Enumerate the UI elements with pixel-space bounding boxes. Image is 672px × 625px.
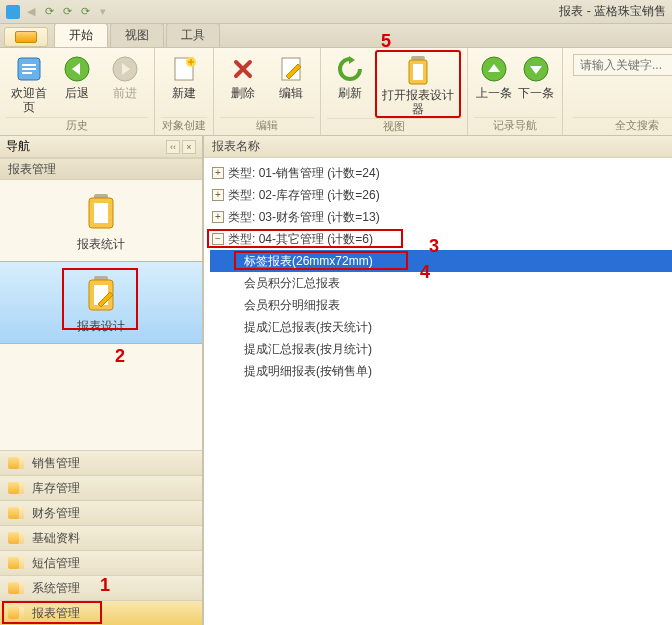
tree-group[interactable]: −类型: 04-其它管理 (计数=6) — [210, 228, 672, 250]
folder-icon — [8, 457, 24, 469]
refresh-label: 刷新 — [338, 86, 362, 100]
nav-header: 导航 ‹‹ × — [0, 136, 202, 158]
group-edit-label: 编辑 — [220, 117, 314, 135]
tree: +类型: 01-销售管理 (计数=24) +类型: 02-库存管理 (计数=26… — [204, 158, 672, 382]
prev-record-label: 上一条 — [476, 86, 512, 100]
main-area: 导航 ‹‹ × 报表管理 报表统计 报表设计 销售管理 — [0, 136, 672, 625]
new-label: 新建 — [172, 86, 196, 100]
report-design-block[interactable]: 报表设计 — [0, 261, 202, 344]
acc-label: 基础资料 — [32, 530, 80, 547]
group-search-label: 全文搜索 — [573, 117, 672, 135]
home-button[interactable]: 欢迎首页 — [6, 50, 52, 117]
tree-item-label: 提成汇总报表(按月统计) — [244, 341, 372, 358]
expand-icon[interactable]: + — [212, 211, 224, 223]
back-button[interactable]: 后退 — [54, 50, 100, 117]
acc-label: 系统管理 — [32, 580, 80, 597]
report-stats-label: 报表统计 — [77, 236, 125, 253]
back-label: 后退 — [65, 86, 89, 100]
tree-group-label: 类型: 03-财务管理 (计数=13) — [228, 209, 380, 226]
annotation-5: 5 — [381, 31, 391, 52]
ribbon-group-history: 欢迎首页 后退 前进 历史 — [0, 48, 155, 135]
refresh-icon — [335, 54, 365, 84]
tree-item-label: 提成汇总报表(按天统计) — [244, 319, 372, 336]
next-record-label: 下一条 — [518, 86, 554, 100]
delete-button[interactable]: 删除 — [220, 50, 266, 117]
svg-rect-3 — [22, 72, 32, 74]
prev-record-button[interactable]: 上一条 — [474, 50, 514, 117]
highlight-box-4 — [234, 251, 408, 270]
expand-icon[interactable]: + — [212, 189, 224, 201]
refresh-button[interactable]: 刷新 — [327, 50, 373, 118]
edit-label: 编辑 — [279, 86, 303, 100]
ribbon-group-create: 新建 对象创建 — [155, 48, 214, 135]
nav-section-title: 报表管理 — [0, 158, 202, 180]
tree-group[interactable]: +类型: 03-财务管理 (计数=13) — [210, 206, 672, 228]
annotation-3: 3 — [429, 236, 439, 257]
acc-basic[interactable]: 基础资料 — [0, 525, 202, 550]
column-header[interactable]: 报表名称 — [204, 136, 672, 158]
forward-icon — [110, 54, 140, 84]
tree-item[interactable]: 标签报表(26mmx72mm) — [210, 250, 672, 272]
qa-refresh3-icon[interactable]: ⟳ — [78, 5, 92, 19]
svg-rect-1 — [22, 64, 36, 66]
expand-icon[interactable]: + — [212, 167, 224, 179]
tab-view[interactable]: 视图 — [110, 23, 164, 47]
tree-item[interactable]: 会员积分汇总报表 — [210, 272, 672, 294]
forward-label: 前进 — [113, 86, 137, 100]
new-button[interactable]: 新建 — [161, 50, 207, 117]
group-history-label: 历史 — [6, 117, 148, 135]
report-stats-block[interactable]: 报表统计 — [0, 180, 202, 261]
nav-section-body: 报表统计 报表设计 — [0, 180, 202, 344]
group-view-label: 视图 — [327, 118, 461, 136]
ribbon-group-edit: 删除 编辑 编辑 — [214, 48, 321, 135]
annotation-2: 2 — [115, 346, 125, 367]
nav-pin-button[interactable]: ‹‹ — [166, 140, 180, 154]
designer-label: 打开报表设计器 — [377, 88, 459, 116]
acc-finance[interactable]: 财务管理 — [0, 500, 202, 525]
acc-label: 销售管理 — [32, 455, 80, 472]
new-icon — [169, 54, 199, 84]
tree-group[interactable]: +类型: 01-销售管理 (计数=24) — [210, 162, 672, 184]
tree-item[interactable]: 会员积分明细报表 — [210, 294, 672, 316]
tab-start[interactable]: 开始 — [54, 23, 108, 47]
search-input[interactable] — [573, 54, 672, 76]
delete-icon — [228, 54, 258, 84]
content-panel: 报表名称 +类型: 01-销售管理 (计数=24) +类型: 02-库存管理 (… — [204, 136, 672, 625]
qa-refresh2-icon[interactable]: ⟳ — [60, 5, 74, 19]
acc-sales[interactable]: 销售管理 — [0, 450, 202, 475]
tree-group-label: 类型: 02-库存管理 (计数=26) — [228, 187, 380, 204]
qa-back-icon[interactable]: ◀ — [24, 5, 38, 19]
window-title: 报表 - 蓝格珠宝销售 — [559, 3, 666, 20]
tab-tools[interactable]: 工具 — [166, 23, 220, 47]
annotation-4: 4 — [420, 262, 430, 283]
tree-item[interactable]: 提成明细报表(按销售单) — [210, 360, 672, 382]
highlight-box-2 — [62, 268, 138, 330]
nav-panel: 导航 ‹‹ × 报表管理 报表统计 报表设计 销售管理 — [0, 136, 204, 625]
acc-sms[interactable]: 短信管理 — [0, 550, 202, 575]
next-record-button[interactable]: 下一条 — [516, 50, 556, 117]
qa-dropdown-icon[interactable]: ▾ — [96, 5, 110, 19]
app-menu-button[interactable] — [4, 27, 48, 47]
nav-close-button[interactable]: × — [182, 140, 196, 154]
home-label: 欢迎首页 — [6, 86, 52, 114]
highlight-box-3 — [207, 229, 403, 248]
forward-button[interactable]: 前进 — [102, 50, 148, 117]
nav-title: 导航 — [6, 138, 30, 155]
edit-button[interactable]: 编辑 — [268, 50, 314, 117]
folder-icon — [8, 582, 24, 594]
designer-icon — [403, 56, 433, 86]
tree-item-label: 会员积分明细报表 — [244, 297, 340, 314]
tree-item[interactable]: 提成汇总报表(按月统计) — [210, 338, 672, 360]
open-designer-button[interactable]: 打开报表设计器 — [375, 50, 461, 118]
tree-item-label: 会员积分汇总报表 — [244, 275, 340, 292]
acc-reports[interactable]: 报表管理 — [0, 600, 202, 625]
folder-icon — [8, 557, 24, 569]
back-icon — [62, 54, 92, 84]
acc-inventory[interactable]: 库存管理 — [0, 475, 202, 500]
folder-icon — [8, 532, 24, 544]
svg-rect-16 — [94, 203, 108, 223]
tree-group[interactable]: +类型: 02-库存管理 (计数=26) — [210, 184, 672, 206]
tree-item[interactable]: 提成汇总报表(按天统计) — [210, 316, 672, 338]
qa-refresh1-icon[interactable]: ⟳ — [42, 5, 56, 19]
acc-label: 库存管理 — [32, 480, 80, 497]
